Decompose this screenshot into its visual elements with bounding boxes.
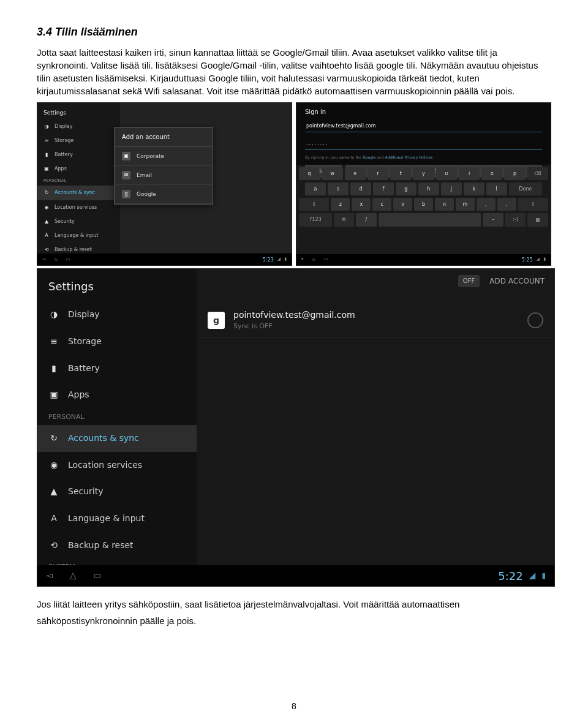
- sidebar-item-display[interactable]: ◑Display: [37, 119, 120, 134]
- sidebar-item-location[interactable]: ◉Location services: [37, 452, 197, 479]
- sidebar-item-security[interactable]: ▲Security: [37, 478, 197, 505]
- sidebar-item-location[interactable]: ◉Location services: [37, 200, 120, 214]
- home-icon[interactable]: △: [312, 257, 315, 263]
- key-dash[interactable]: -: [483, 213, 503, 226]
- key-q[interactable]: q: [299, 167, 320, 180]
- key-u[interactable]: u: [436, 167, 457, 180]
- sidebar-item-label: Security: [68, 486, 104, 498]
- key-z[interactable]: z: [331, 198, 350, 211]
- sidebar-item-language[interactable]: ALanguage & input: [37, 228, 120, 243]
- key-h[interactable]: h: [418, 183, 439, 195]
- system-navbar: ▾ △ ▭ 5:25 ◢ ▮: [296, 254, 551, 265]
- popup-item-corporate[interactable]: ▣Corporate: [115, 147, 213, 166]
- key-x[interactable]: x: [352, 198, 371, 211]
- key-j[interactable]: j: [441, 183, 462, 195]
- key-d[interactable]: d: [350, 183, 371, 195]
- sidebar-item-storage[interactable]: ≡Storage: [37, 328, 197, 355]
- key-slash[interactable]: /: [356, 213, 377, 226]
- key-o[interactable]: o: [481, 167, 502, 180]
- key-p[interactable]: p: [504, 167, 525, 180]
- key-t[interactable]: t: [390, 167, 411, 180]
- clock: 5:22: [498, 568, 522, 584]
- sidebar-item-label: Security: [55, 218, 75, 225]
- add-account-button[interactable]: ADD ACCOUNT: [489, 276, 545, 287]
- key-b[interactable]: b: [414, 198, 433, 211]
- popup-title: Add an account: [115, 128, 213, 147]
- recent-icon[interactable]: ▭: [66, 257, 70, 263]
- sidebar-item-accounts-sync[interactable]: ↻Accounts & sync: [37, 425, 197, 452]
- signin-title: Sign in: [305, 108, 542, 116]
- recent-icon[interactable]: ▭: [94, 570, 102, 582]
- key-f[interactable]: f: [373, 183, 394, 195]
- security-icon: ▲: [48, 486, 59, 498]
- key-m[interactable]: m: [456, 198, 475, 211]
- display-icon: ◑: [43, 123, 50, 130]
- key-backspace[interactable]: ⌫: [527, 167, 548, 180]
- google-icon: g: [122, 190, 130, 198]
- home-icon[interactable]: △: [70, 570, 77, 582]
- key-y[interactable]: y: [413, 167, 434, 180]
- recent-icon[interactable]: ▭: [324, 257, 328, 263]
- key-g[interactable]: g: [396, 183, 417, 195]
- screenshot-signin: Sign in pointofview.test@gmail.com .....…: [296, 102, 551, 266]
- key-a[interactable]: a: [305, 183, 326, 195]
- sidebar-item-apps[interactable]: ▣Apps: [37, 382, 197, 408]
- key-shift-right[interactable]: ⇧: [518, 198, 548, 211]
- paragraph-1: Jotta saat laitteestasi kaiken irti, sin…: [37, 46, 551, 97]
- sidebar-item-language[interactable]: ALanguage & input: [37, 505, 197, 532]
- sidebar-item-battery[interactable]: ▮Battery: [37, 148, 120, 162]
- language-icon: A: [48, 513, 59, 525]
- key-w[interactable]: w: [322, 167, 342, 180]
- sidebar-item-label: Location services: [55, 204, 97, 211]
- key-emoji[interactable]: :-): [505, 213, 526, 226]
- sidebar-item-accounts-sync[interactable]: ↻Accounts & sync: [37, 186, 120, 200]
- sidebar-item-label: Backup & reset: [55, 246, 92, 253]
- key-k[interactable]: k: [464, 183, 484, 195]
- back-icon[interactable]: ◅: [42, 257, 45, 263]
- key-space[interactable]: [379, 213, 481, 226]
- sidebar-item-storage[interactable]: ≡Storage: [37, 134, 120, 148]
- sidebar-item-label: Battery: [55, 151, 73, 158]
- privacy-policy-link[interactable]: Additional Privacy Policies: [385, 155, 432, 159]
- home-icon[interactable]: △: [54, 257, 57, 263]
- sync-icon: ↻: [43, 189, 50, 196]
- popup-item-email[interactable]: ✉Email: [115, 166, 213, 185]
- key-keyboard-toggle[interactable]: ▦: [527, 213, 548, 226]
- screenshot-add-account: Settings ◑Display ≡Storage ▮Battery ▣App…: [37, 102, 292, 266]
- key-e[interactable]: e: [345, 167, 366, 180]
- section-head-personal: PERSONAL: [37, 408, 197, 425]
- key-v[interactable]: v: [393, 198, 412, 211]
- key-i[interactable]: i: [459, 167, 480, 180]
- password-field[interactable]: ........: [305, 137, 542, 149]
- key-r[interactable]: r: [368, 167, 388, 180]
- popup-item-google[interactable]: gGoogle: [115, 185, 213, 204]
- back-icon[interactable]: ◅: [46, 570, 53, 582]
- settings-sidebar: Settings ◑Display ≡Storage ▮Battery ▣App…: [37, 103, 120, 253]
- key-c[interactable]: c: [372, 198, 391, 211]
- battery-status-icon: ▮: [284, 257, 287, 263]
- key-n[interactable]: n: [435, 198, 454, 211]
- key-done[interactable]: Done: [509, 183, 542, 195]
- back-icon[interactable]: ▾: [301, 257, 304, 263]
- sidebar-item-label: Storage: [55, 137, 74, 144]
- email-icon: ✉: [122, 171, 130, 179]
- key-l[interactable]: l: [486, 183, 507, 195]
- key-comma[interactable]: ,: [477, 198, 496, 211]
- battery-icon: ▮: [48, 363, 59, 375]
- key-shift-left[interactable]: ⇧: [299, 198, 329, 211]
- sidebar-item-apps[interactable]: ▣Apps: [37, 162, 120, 176]
- key-s[interactable]: s: [328, 183, 349, 195]
- sidebar-item-display[interactable]: ◑Display: [37, 301, 197, 328]
- account-row[interactable]: g pointofview.test@gmail.com Sync is OFF: [197, 303, 554, 337]
- sidebar-item-battery[interactable]: ▮Battery: [37, 355, 197, 382]
- wifi-icon: ◢: [277, 257, 281, 263]
- sync-toggle[interactable]: OFF: [458, 275, 480, 287]
- sidebar-item-security[interactable]: ▲Security: [37, 214, 120, 228]
- sidebar-item-backup[interactable]: ⟲Backup & reset: [37, 532, 197, 559]
- key-symbols[interactable]: ?123: [299, 213, 332, 226]
- google-policy-link[interactable]: Google: [363, 155, 375, 159]
- key-settings[interactable]: ⚙: [334, 213, 355, 226]
- key-period[interactable]: .: [497, 198, 516, 211]
- email-field[interactable]: pointofview.test@gmail.com: [305, 120, 542, 132]
- system-navbar: ◅ △ ▭ 5:22 ◢ ▮: [37, 565, 554, 586]
